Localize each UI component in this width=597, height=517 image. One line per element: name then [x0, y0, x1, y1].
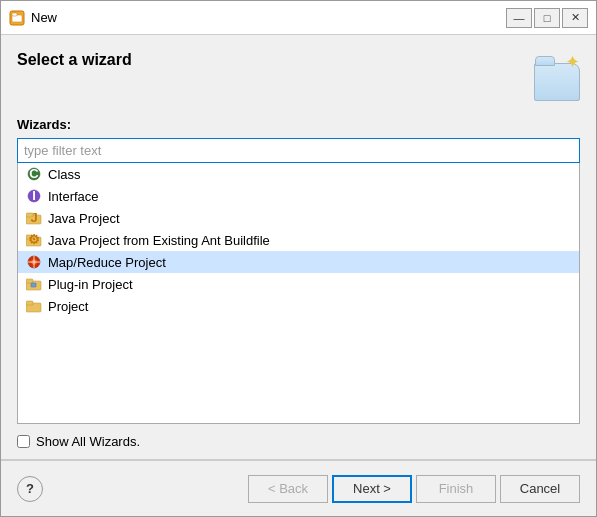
finish-button[interactable]: Finish — [416, 475, 496, 503]
svg-text:⚙: ⚙ — [28, 233, 40, 247]
java-project-icon: J — [26, 210, 42, 226]
window-icon — [9, 10, 25, 26]
filter-input[interactable] — [17, 138, 580, 163]
list-item[interactable]: J Java Project — [18, 207, 579, 229]
svg-rect-21 — [26, 301, 33, 305]
svg-rect-19 — [31, 283, 36, 287]
java-ant-label: Java Project from Existing Ant Buildfile — [48, 233, 270, 248]
window-title: New — [31, 10, 506, 25]
list-item[interactable]: C Class — [18, 163, 579, 185]
help-button[interactable]: ? — [17, 476, 43, 502]
svg-text:C: C — [29, 167, 39, 181]
close-button[interactable]: ✕ — [562, 8, 588, 28]
java-project-label: Java Project — [48, 211, 120, 226]
project-icon — [26, 298, 42, 314]
list-item[interactable]: Plug-in Project — [18, 273, 579, 295]
java-ant-icon: ⚙ — [26, 232, 42, 248]
title-bar: New — □ ✕ — [1, 1, 596, 35]
button-bar: ? < Back Next > Finish Cancel — [1, 460, 596, 516]
plugin-label: Plug-in Project — [48, 277, 133, 292]
svg-rect-2 — [12, 13, 17, 16]
checkbox-row: Show All Wizards. — [17, 434, 580, 459]
interface-icon: I — [26, 188, 42, 204]
svg-text:I: I — [32, 189, 36, 203]
project-label: Project — [48, 299, 88, 314]
svg-text:J: J — [30, 211, 37, 225]
header-row: Select a wizard ✦ — [17, 51, 580, 101]
window: New — □ ✕ Select a wizard ✦ Wizards: C — [0, 0, 597, 517]
cancel-button[interactable]: Cancel — [500, 475, 580, 503]
wizard-icon: ✦ — [530, 51, 580, 101]
show-all-label[interactable]: Show All Wizards. — [36, 434, 140, 449]
plugin-icon — [26, 276, 42, 292]
page-title: Select a wizard — [17, 51, 132, 69]
minimize-button[interactable]: — — [506, 8, 532, 28]
star-icon: ✦ — [565, 51, 580, 73]
next-button[interactable]: Next > — [332, 475, 412, 503]
wizard-tree[interactable]: C Class I Interface — [17, 163, 580, 424]
list-item[interactable]: Project — [18, 295, 579, 317]
title-bar-controls: — □ ✕ — [506, 8, 588, 28]
list-item[interactable]: Map/Reduce Project — [18, 251, 579, 273]
interface-label: Interface — [48, 189, 99, 204]
maximize-button[interactable]: □ — [534, 8, 560, 28]
class-label: Class — [48, 167, 81, 182]
wizards-label: Wizards: — [17, 117, 580, 132]
map-reduce-label: Map/Reduce Project — [48, 255, 166, 270]
svg-rect-18 — [26, 279, 33, 283]
list-item[interactable]: I Interface — [18, 185, 579, 207]
content-area: Select a wizard ✦ Wizards: C Class — [1, 35, 596, 459]
class-icon: C — [26, 166, 42, 182]
list-item[interactable]: ⚙ Java Project from Existing Ant Buildfi… — [18, 229, 579, 251]
map-reduce-icon — [26, 254, 42, 270]
show-all-checkbox[interactable] — [17, 435, 30, 448]
back-button[interactable]: < Back — [248, 475, 328, 503]
